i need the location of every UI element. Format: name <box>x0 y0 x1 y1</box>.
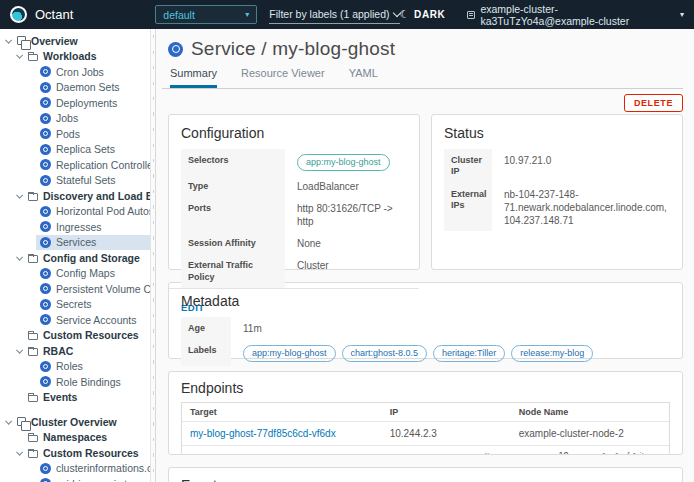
sidebar-item[interactable]: Persistent Volume Claims <box>0 281 150 297</box>
tab-summary[interactable]: Summary <box>170 67 217 88</box>
sidebar-item[interactable]: Namespaces <box>0 430 150 446</box>
chevron-expand-icon[interactable] <box>4 421 13 424</box>
sidebar-item[interactable]: Ingresses <box>0 219 150 235</box>
sidebar-item[interactable]: Replica Sets <box>0 142 150 158</box>
sidebar-item-label: Replica Sets <box>56 143 115 155</box>
chevron-down-icon <box>581 450 588 455</box>
sidebar-item-label: Namespaces <box>43 431 107 443</box>
endpoints-header-row: Target IP Node Name <box>182 403 669 421</box>
sidebar-item[interactable]: Discovery and Load Balancing <box>0 188 150 204</box>
status-row-value: nb-104-237-148-71.newark.nodebalancer.li… <box>504 189 667 226</box>
sidebar-item-label: Roles <box>56 360 83 372</box>
status-row: Cluster IP 10.97.21.0 <box>444 149 670 183</box>
tab-bar: Summary Resource Viewer YAML <box>162 67 683 89</box>
age-label: Age <box>181 317 231 339</box>
label-pill[interactable]: app:my-blog-ghost <box>243 345 336 362</box>
sidebar-item-label: Discovery and Load Balancing <box>43 190 150 202</box>
config-row-label: Type <box>181 175 285 197</box>
sidebar-item-label: Jobs <box>56 112 78 124</box>
status-card: Status Cluster IP 10.97.21.0 External IP… <box>431 114 683 270</box>
sidebar-item[interactable]: Overview <box>0 33 150 49</box>
sidebar-item-label: Pods <box>56 128 80 140</box>
sidebar-item[interactable]: Replication Controllers <box>0 157 150 173</box>
sidebar-item[interactable]: Horizontal Pod Autoscalers <box>0 204 150 220</box>
sidebar-tree: Overview Workloads Cron Jobs <box>0 33 150 482</box>
theme-toggle-label: DARK <box>414 9 445 20</box>
sidebar-item[interactable]: Custom Resources <box>0 328 150 344</box>
sidebar-item-label: Persistent Volume Claims <box>56 283 150 295</box>
sidebar-item-label: Ingresses <box>56 221 102 233</box>
top-bar: Octant default ▾ Filter by labels (1 app… <box>0 0 694 29</box>
sidebar-item[interactable]: Cron Jobs <box>0 64 150 80</box>
sidebar-item[interactable]: Roles <box>0 359 150 375</box>
sidebar-item[interactable]: csidrivers.csi.storage.k8s.io <box>0 476 150 482</box>
chevron-expand-icon[interactable] <box>4 40 13 43</box>
delete-button[interactable]: DELETE <box>624 94 683 112</box>
chevron-expand-icon[interactable] <box>15 195 24 198</box>
sidebar-item-label: Daemon Sets <box>56 81 120 93</box>
caret-down-icon: ▾ <box>680 10 684 19</box>
sidebar-item-label: Custom Resources <box>43 447 139 459</box>
sidebar-item[interactable]: Config and Storage <box>0 250 150 266</box>
chevron-expand-icon[interactable] <box>15 350 24 353</box>
sidebar-item[interactable]: RBAC <box>0 343 150 359</box>
resource-type-icon <box>40 283 51 294</box>
sidebar-item-label: Workloads <box>43 50 96 62</box>
sidebar-item[interactable]: Events <box>0 390 150 406</box>
sidebar-nav: Overview Workloads Cron Jobs <box>0 29 150 482</box>
resource-type-icon <box>40 175 51 186</box>
status-row-value: 10.97.21.0 <box>504 155 551 166</box>
column-header-node-name: Node Name <box>511 403 669 421</box>
resource-type-icon <box>40 97 51 108</box>
theme-toggle[interactable]: ☾ DARK <box>400 8 446 21</box>
sidebar-item[interactable]: Role Bindings <box>0 374 150 390</box>
sidebar-item[interactable]: Services <box>0 235 150 251</box>
namespace-selected-value: default <box>163 9 195 21</box>
moon-icon: ☾ <box>400 8 410 21</box>
sidebar-item[interactable]: Service Accounts <box>0 312 150 328</box>
sidebar-item-label: Custom Resources <box>43 329 139 341</box>
caret-down-icon: ▾ <box>245 10 249 19</box>
chevron-expand-icon[interactable] <box>15 452 24 455</box>
config-row: Ports http 80:31626/TCP -> http <box>181 197 407 232</box>
status-title: Status <box>444 125 670 141</box>
resource-type-icon <box>28 395 38 403</box>
config-row: Selectors app:my-blog-ghost <box>181 149 407 175</box>
app-title: Octant <box>35 7 73 22</box>
sidebar-item[interactable]: Config Maps <box>0 266 150 282</box>
sidebar-item[interactable]: Secrets <box>0 297 150 313</box>
resource-type-icon <box>40 128 51 139</box>
endpoints-table: Target IP Node Name my-blog-ghost-77df85… <box>181 402 670 455</box>
resource-type-icon <box>40 299 51 310</box>
column-header-ip: IP <box>382 403 511 421</box>
sidebar-item[interactable]: Custom Resources <box>0 445 150 461</box>
sidebar-item[interactable]: clusterinformations.crd.projec <box>0 461 150 477</box>
resource-type-icon <box>40 206 51 217</box>
tab-yaml[interactable]: YAML <box>349 67 378 88</box>
age-value: 11m <box>231 317 670 339</box>
label-pill[interactable]: release:my-blog <box>511 345 593 362</box>
resource-type-icon <box>40 159 51 170</box>
sidebar-item[interactable]: Stateful Sets <box>0 173 150 189</box>
config-row-value: Cluster <box>297 260 329 271</box>
label-pill[interactable]: heritage:Tiller <box>433 345 505 362</box>
label-pill[interactable]: chart:ghost-8.0.5 <box>342 345 428 362</box>
chevron-expand-icon[interactable] <box>15 257 24 260</box>
namespace-select[interactable]: default ▾ <box>155 5 257 24</box>
service-icon <box>168 42 183 57</box>
status-row: External IPs nb-104-237-148-71.newark.no… <box>444 183 670 231</box>
chevron-expand-icon[interactable] <box>15 55 24 58</box>
sidebar-item[interactable]: Workloads <box>0 49 150 65</box>
context-selector[interactable]: example-cluster-ka3TuTzYo4a@example-clus… <box>467 3 684 27</box>
endpoint-target-link[interactable]: my-blog-ghost-77df85c6cd-vf6dx <box>190 428 336 439</box>
label-filter[interactable]: Filter by labels (1 applied) <box>269 5 399 24</box>
page-size-select[interactable]: 10 <box>556 450 589 455</box>
resource-type-icon <box>28 450 38 458</box>
config-row-value: LoadBalancer <box>297 181 359 192</box>
sidebar-item[interactable]: Deployments <box>0 95 150 111</box>
sidebar-item[interactable]: Jobs <box>0 111 150 127</box>
sidebar-item[interactable]: Pods <box>0 126 150 142</box>
tab-resource-viewer[interactable]: Resource Viewer <box>241 67 325 88</box>
sidebar-item[interactable]: Cluster Overview <box>0 414 150 430</box>
sidebar-item[interactable]: Daemon Sets <box>0 80 150 96</box>
